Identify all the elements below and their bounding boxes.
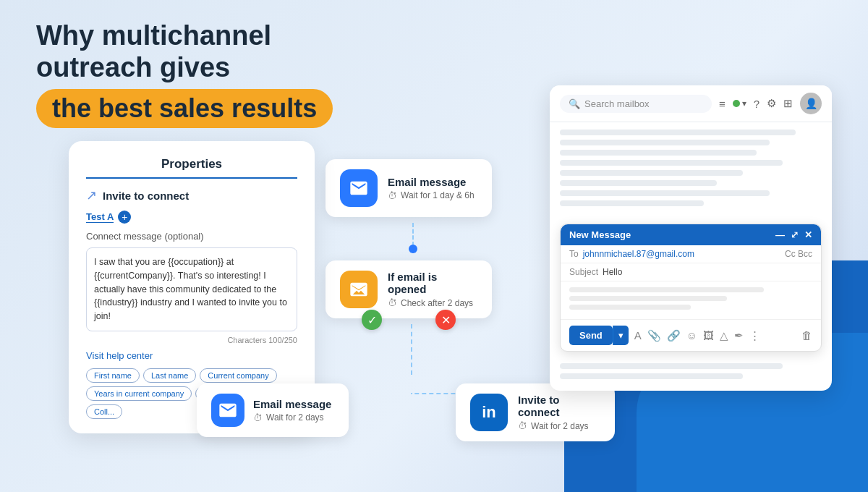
flow-node-linkedin-label: Invite to connect <box>518 394 600 418</box>
email-open-svg <box>349 279 369 300</box>
help-center-link[interactable]: Visit help center <box>86 350 297 361</box>
signature-icon[interactable]: ✒ <box>734 329 744 342</box>
email-line-3 <box>560 150 757 156</box>
invite-row: ↗ Invite to connect <box>86 187 297 203</box>
flow-node-email1-time-text: Wait for 1 day & 6h <box>401 190 475 200</box>
invite-label: Invite to connect <box>103 190 189 202</box>
x-badge: ✕ <box>435 310 456 330</box>
flow-node-email-small: Email message ⏱ Wait for 2 days <box>197 383 349 437</box>
filter-icon[interactable]: ≡ <box>719 98 726 110</box>
email-line-4 <box>560 160 783 166</box>
search-box[interactable]: 🔍 Search mailbox <box>560 95 712 113</box>
close-compose-button[interactable]: ✕ <box>804 229 812 240</box>
flow-node-email1: Email message ⏱ Wait for 1 day & 6h <box>326 159 492 217</box>
compose-line-2 <box>569 296 727 301</box>
compose-to-row: To johnnmichael.87@gmail.com Cc Bcc <box>561 245 821 263</box>
more-options-icon[interactable]: ⋮ <box>749 329 760 342</box>
test-row: Test A + <box>86 211 297 224</box>
headline-highlight: the best sales results <box>36 89 333 128</box>
email-icon-1 <box>340 169 378 207</box>
cc-bcc-label[interactable]: Cc Bcc <box>785 249 812 259</box>
email-line-1 <box>560 130 796 135</box>
delete-compose-icon[interactable]: 🗑 <box>801 329 812 342</box>
connector-dot-1 <box>409 245 417 253</box>
email-line-8 <box>560 200 704 206</box>
emoji-icon[interactable]: ☺ <box>686 329 697 342</box>
message-textarea[interactable]: I saw that you are {{occupation}} at {{c… <box>86 247 297 331</box>
envelope-small-svg <box>218 400 238 420</box>
to-value[interactable]: johnnmichael.87@gmail.com <box>583 249 694 259</box>
headline-line1: Why multichannel outreach gives <box>36 20 362 83</box>
tag-years-current[interactable]: Years in current company <box>86 386 192 401</box>
tag-coll[interactable]: Coll... <box>86 404 122 419</box>
char-count: Characters 100/250 <box>86 336 297 344</box>
flow-node-linkedin-time-text: Wait for 2 days <box>531 421 589 431</box>
help-icon[interactable]: ? <box>754 98 760 110</box>
email-panel: 🔍 Search mailbox ≡ ▾ ? ⚙ ⊞ 👤 New Message… <box>550 85 832 391</box>
to-label: To <box>569 249 579 259</box>
compose-header-actions: — ⤢ ✕ <box>775 229 812 240</box>
clock-icon-small: ⏱ <box>253 412 263 423</box>
flow-node-opened-time-text: Check after 2 days <box>401 298 473 308</box>
flow-node-linkedin-time: ⏱ Wait for 2 days <box>518 420 600 431</box>
share-icon: ↗ <box>86 187 97 203</box>
compose-title: New Message <box>569 229 631 240</box>
flow-node-opened-text: If email is opened ⏱ Check after 2 days <box>388 271 477 308</box>
avatar[interactable]: 👤 <box>800 93 822 114</box>
flow-node-opened-time: ⏱ Check after 2 days <box>388 297 477 308</box>
email-line-7 <box>560 190 770 196</box>
send-dropdown-button[interactable]: ▾ <box>613 326 629 345</box>
email-line-6 <box>560 180 717 186</box>
email-toolbar: 🔍 Search mailbox ≡ ▾ ? ⚙ ⊞ 👤 <box>550 85 832 122</box>
tag-current-company[interactable]: Current company <box>200 368 276 383</box>
grid-icon[interactable]: ⊞ <box>783 97 793 110</box>
add-test-button[interactable]: + <box>118 211 131 224</box>
status-dot <box>733 100 740 107</box>
photo-icon[interactable]: 🖼 <box>703 329 714 342</box>
flow-node-email-small-time: ⏱ Wait for 2 days <box>253 412 331 423</box>
clock-icon-1: ⏱ <box>388 190 397 201</box>
subject-value[interactable]: Hello <box>603 267 622 277</box>
tag-first-name[interactable]: First name <box>86 368 140 383</box>
flow-node-email-opened: If email is opened ⏱ Check after 2 days … <box>326 260 492 318</box>
format-bold-icon[interactable]: A <box>634 329 642 342</box>
linkedin-icon: in <box>470 394 508 431</box>
link-icon[interactable]: 🔗 <box>667 329 681 342</box>
expand-button[interactable]: ⤢ <box>791 229 799 240</box>
settings-icon[interactable]: ⚙ <box>767 97 776 110</box>
test-a-label: Test A <box>86 211 114 223</box>
send-button[interactable]: Send <box>569 326 613 345</box>
attach-icon[interactable]: 📎 <box>647 329 661 342</box>
subject-label: Subject <box>569 267 598 277</box>
drive-icon[interactable]: △ <box>720 329 728 342</box>
tag-last-name[interactable]: Last name <box>143 368 196 383</box>
compose-body[interactable] <box>561 281 821 319</box>
message-text: I saw that you are {{occupation}} at {{c… <box>94 257 287 321</box>
linkedin-in-text: in <box>482 403 496 422</box>
clock-icon-3: ⏱ <box>518 420 527 431</box>
compose-line-1 <box>569 287 764 292</box>
flow-node-email1-text: Email message ⏱ Wait for 1 day & 6h <box>388 176 475 201</box>
flow-node-email-small-text: Email message ⏱ Wait for 2 days <box>253 398 331 423</box>
email-line-5 <box>560 170 743 176</box>
compose-subject-row: Subject Hello <box>561 263 821 281</box>
status-group: ▾ <box>733 98 746 109</box>
flow-node-linkedin: in Invite to connect ⏱ Wait for 2 days <box>456 383 615 441</box>
compose-footer: Send ▾ A 📎 🔗 ☺ 🖼 △ ✒ ⋮ 🗑 <box>561 319 821 351</box>
flow-node-linkedin-text: Invite to connect ⏱ Wait for 2 days <box>518 394 600 431</box>
compose-header: New Message — ⤢ ✕ <box>561 224 821 245</box>
email-bottom-lines <box>550 357 832 391</box>
compose-box: New Message — ⤢ ✕ To johnnmichael.87@gma… <box>560 224 822 352</box>
check-badge: ✓ <box>362 310 382 330</box>
email-line-b2 <box>560 373 743 379</box>
email-body-lines <box>550 122 832 218</box>
minimize-button[interactable]: — <box>775 229 785 240</box>
chevron-down-icon[interactable]: ▾ <box>742 98 746 109</box>
flow-node-email1-time: ⏱ Wait for 1 day & 6h <box>388 190 475 201</box>
connect-message-label: Connect message (optional) <box>86 231 297 242</box>
flow-node-email-small-label: Email message <box>253 398 331 410</box>
email-open-icon <box>340 271 378 308</box>
compose-line-3 <box>569 305 691 310</box>
clock-icon-2: ⏱ <box>388 297 397 308</box>
envelope-svg <box>349 178 369 198</box>
